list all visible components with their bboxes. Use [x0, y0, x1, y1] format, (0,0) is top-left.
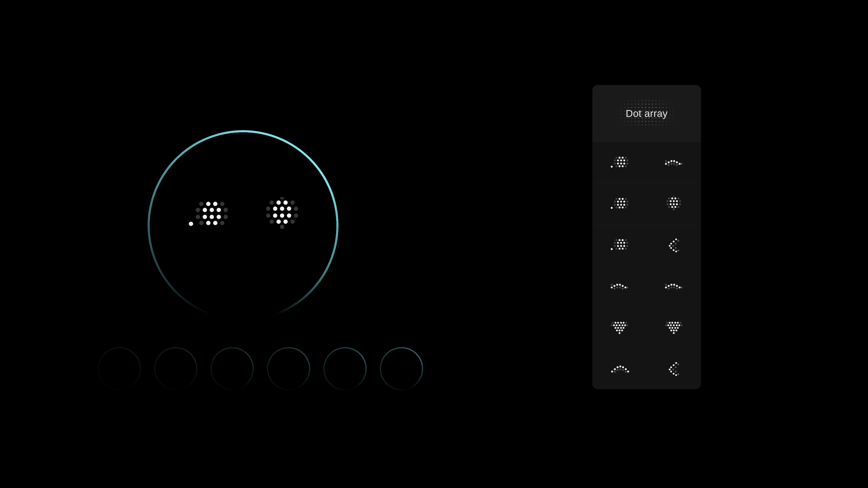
hash-cluster-icon: [666, 196, 682, 212]
panel-header: Dot array: [592, 85, 701, 142]
minus-lens-icon: [187, 199, 230, 230]
heart-icon: [664, 320, 683, 335]
eye-option-4-right[interactable]: [647, 265, 701, 307]
eye-option-5-left[interactable]: [592, 307, 647, 348]
avatar-face: [187, 197, 300, 232]
minus-lens-icon: [610, 156, 629, 169]
avatar-right-eye: [265, 197, 300, 232]
eye-option-5-right[interactable]: [647, 307, 701, 348]
ring-variant-2[interactable]: [154, 347, 197, 390]
hash-cluster-icon: [265, 197, 300, 232]
eye-option-2-right[interactable]: [647, 183, 701, 224]
ring-variants-row: [98, 347, 423, 390]
eye-option-2-left[interactable]: [592, 183, 647, 224]
eye-option-6-left[interactable]: [592, 348, 647, 389]
minus-lens-icon: [610, 197, 629, 210]
eye-style-panel: Dot array: [592, 85, 701, 389]
wave-low-icon: [664, 159, 684, 167]
eye-option-6-right[interactable]: [647, 348, 701, 389]
ring-variant-3[interactable]: [211, 347, 254, 390]
eye-option-3-left[interactable]: [592, 224, 647, 265]
panel-title: Dot array: [626, 107, 668, 119]
ring-variant-1[interactable]: [98, 347, 141, 390]
heart-icon: [610, 320, 629, 335]
arc-up-icon: [610, 364, 629, 373]
ring-variant-6[interactable]: [380, 347, 423, 390]
wave-low-icon: [664, 282, 684, 290]
chevron-left-icon: [668, 362, 680, 376]
avatar-stage: [104, 69, 495, 373]
chevron-left-icon: [668, 238, 680, 252]
eye-option-1-right[interactable]: [647, 142, 701, 183]
eye-option-4-left[interactable]: [592, 265, 647, 307]
panel-title-chip: Dot array: [613, 99, 681, 128]
ring-variant-4[interactable]: [267, 347, 310, 390]
eye-option-3-right[interactable]: [647, 224, 701, 265]
eye-options-grid: [592, 142, 701, 389]
minus-lens-icon: [610, 238, 629, 252]
avatar-left-eye: [187, 199, 230, 230]
eye-option-1-left[interactable]: [592, 142, 647, 183]
ring-variant-5[interactable]: [323, 347, 367, 390]
wave-low-icon: [610, 282, 629, 290]
